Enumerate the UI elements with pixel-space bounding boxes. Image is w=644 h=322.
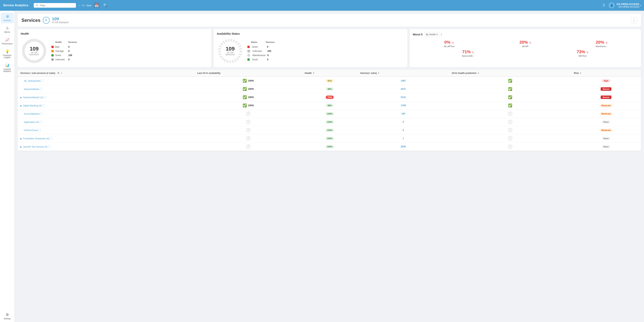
filter-wrap[interactable]: ⛛ bbox=[34, 3, 76, 8]
alarm-count[interactable]: 1487 bbox=[401, 79, 406, 82]
health-col-info[interactable]: ℹ bbox=[313, 72, 314, 74]
service-link[interactable]: AccessNetwork bbox=[24, 113, 40, 115]
avail-pct: 100% bbox=[248, 79, 254, 82]
avatar: 👤 bbox=[608, 2, 615, 8]
worst5-item-4[interactable]: 73% ↘ MOITest bbox=[527, 49, 638, 57]
search-icon[interactable]: 🔍 bbox=[102, 3, 108, 7]
alarm-count[interactable]: 0 bbox=[402, 121, 404, 123]
alarm-count[interactable]: 140 bbox=[402, 112, 405, 115]
sidebar-item-services[interactable]: 🖥 Services bbox=[1, 13, 14, 23]
alarm-count[interactable]: 8 bbox=[402, 129, 404, 132]
sidebar-item-performance[interactable]: 📈 Performance bbox=[1, 36, 14, 47]
topology-icon[interactable]: ⛶ bbox=[38, 129, 41, 132]
td-risk: Severe bbox=[571, 93, 641, 101]
user-menu[interactable]: 👤 DX-OPEN-ACCESS DX-OPEN-ACCESS ▾ bbox=[608, 2, 641, 8]
topology-icon[interactable]: ⛶ bbox=[39, 121, 42, 124]
alarm-count[interactable]: 2835 bbox=[401, 145, 406, 148]
apps-icon[interactable]: ⠿ bbox=[602, 3, 606, 7]
user-dropdown-icon[interactable]: ▾ bbox=[640, 4, 641, 6]
health-legend: Health Services Bad 0 Average 0 bbox=[52, 41, 77, 61]
avail-legend-down: Down 0 bbox=[248, 46, 274, 48]
td-risk: High bbox=[571, 77, 641, 85]
sidebar-item-predictive[interactable]: 💡 Predictive Insights bbox=[1, 47, 14, 60]
worst5-pct-wrap-2: 20% ↘ bbox=[565, 40, 638, 45]
avail-header-status: Status bbox=[251, 41, 264, 43]
td-risk: None bbox=[571, 134, 641, 143]
table-row: ▶AwesomeBank2 (4) ⛶ ✅ 100% 71% 5131 ✅ Se… bbox=[18, 93, 641, 101]
sidebar-item-settings[interactable]: ⚙ Settings bbox=[1, 311, 14, 322]
count-num: 109 bbox=[52, 17, 69, 21]
worst5-name-2: Mainframe... bbox=[565, 45, 638, 47]
legend-row-good: Good 109 bbox=[52, 54, 77, 57]
health-content: 109 OF 109 SERVICES Health Services Bad … bbox=[21, 37, 208, 64]
legend-dot-unknown bbox=[52, 58, 54, 61]
table-row: AE_NetOpsInfra ⛶ ✅ 100% 91% 1487 ✅ High bbox=[18, 77, 641, 85]
service-link[interactable]: Digital Banking (5) bbox=[23, 104, 42, 107]
health-pill: 96% bbox=[326, 87, 334, 91]
service-link[interactable]: AE_NetOpsInfra bbox=[24, 80, 40, 82]
health-title: Health bbox=[21, 32, 208, 35]
alarm-count[interactable]: 5131 bbox=[401, 96, 406, 99]
filter-input[interactable] bbox=[40, 4, 74, 7]
topology-icon[interactable]: ⛶ bbox=[41, 79, 44, 82]
pred-ok-icon: ✅ bbox=[508, 104, 512, 107]
topology-icon[interactable]: ⛶ bbox=[44, 96, 46, 99]
avail-donut: 109 OF 109 SERVICES bbox=[217, 37, 244, 64]
col-header-avail: Last 24 hr availability bbox=[194, 70, 302, 77]
alarm-count[interactable]: 1 bbox=[402, 137, 404, 140]
alarms-col-info[interactable]: ℹ bbox=[378, 72, 379, 74]
topology-icon[interactable]: ⛶ bbox=[50, 137, 52, 140]
service-link[interactable]: CPAForCloud bbox=[24, 129, 38, 132]
alarm-count[interactable]: 1708 bbox=[401, 104, 406, 107]
avail-label-unknown: Unknown bbox=[252, 50, 266, 52]
page-title: Services bbox=[22, 18, 40, 23]
topology-icon[interactable]: ⛶ bbox=[40, 88, 42, 91]
services-table-wrap: Services / sub-services (# subs) ⇅ ≡ Las… bbox=[18, 70, 641, 151]
table-head: Services / sub-services (# subs) ⇅ ≡ Las… bbox=[18, 70, 641, 77]
worst5-dropdown[interactable]: By Health ▾ bbox=[424, 32, 439, 37]
topology-icon[interactable]: ⛶ bbox=[48, 145, 51, 148]
col-filter-icon[interactable]: ≡ bbox=[61, 72, 62, 74]
avail-unknown-icon: ? bbox=[246, 145, 250, 149]
pred-col-info[interactable]: ℹ bbox=[478, 72, 479, 74]
service-link[interactable]: JasonR Test Service (5) bbox=[23, 146, 47, 148]
worst5-item-1[interactable]: 20% ↘ AB-MF bbox=[489, 40, 562, 47]
avail-legend: Status Services Down 0 Unknown 105 bbox=[248, 41, 274, 61]
status-dot-down bbox=[248, 46, 250, 48]
expand-btn[interactable]: ▶ bbox=[20, 96, 22, 99]
worst5-info-icon[interactable]: ℹ bbox=[441, 33, 442, 36]
topology-icon[interactable]: ⛶ bbox=[40, 112, 43, 115]
risk-badge: Severe bbox=[601, 87, 612, 91]
col-sort-icon[interactable]: ⇅ bbox=[57, 72, 59, 74]
td-name: ▶ForwardInc Enterprise (4) ⛶ bbox=[18, 134, 194, 143]
service-link[interactable]: ForwardInc Enterprise (4) bbox=[23, 137, 49, 140]
legend-val-good: 109 bbox=[68, 54, 72, 57]
more-button[interactable]: ⋮ bbox=[631, 17, 637, 23]
filter-badge[interactable]: ⛛ bbox=[43, 17, 50, 24]
worst5-item-0[interactable]: 0% ↘ JM_MFTest bbox=[413, 40, 485, 47]
avail-pct: 100% bbox=[248, 104, 254, 107]
svg-point-0 bbox=[24, 40, 45, 62]
topology-icon[interactable]: ⛶ bbox=[42, 104, 45, 107]
expand-btn[interactable]: ▶ bbox=[20, 138, 22, 140]
settings-icon: ⚙ bbox=[6, 313, 9, 317]
table-row: AccessNetwork ⛶ ? 100% 140 ? Moderate bbox=[18, 110, 641, 118]
alarm-count[interactable]: 4247 bbox=[401, 88, 406, 90]
expand-btn[interactable]: ▶ bbox=[20, 146, 22, 148]
expand-btn[interactable]: ▶ bbox=[20, 105, 22, 107]
service-link[interactable]: Application-LB bbox=[24, 121, 38, 124]
sidebar-item-alarms[interactable]: ⚠ Alarms bbox=[1, 24, 14, 35]
legend-header-services: Services bbox=[68, 41, 77, 43]
avail-legend-headers: Status Services bbox=[248, 41, 274, 43]
sidebar-item-capacity[interactable]: 📊 Capacity Analytics bbox=[1, 61, 14, 74]
worst5-item-2[interactable]: 20% ↘ Mainframe... bbox=[565, 40, 638, 47]
service-link[interactable]: AwesomeBank2 (4) bbox=[23, 96, 43, 99]
calendar-icon[interactable]: 📅 bbox=[94, 2, 100, 8]
service-link[interactable]: AwesomeBank bbox=[24, 88, 39, 91]
topnav: Service Analytics ⛛ -- TO Now 📅 🔍 ⠿ 👤 DX… bbox=[0, 0, 644, 11]
worst5-item-3[interactable]: 71% ↘ AwesomeB... bbox=[413, 49, 523, 57]
risk-col-info[interactable]: ℹ bbox=[580, 72, 581, 74]
td-prediction: ? bbox=[449, 134, 571, 143]
sidebar: 🖥 Services ⚠ Alarms 📈 Performance 💡 Pred… bbox=[0, 11, 14, 322]
worst5-pct-1: 20% bbox=[520, 40, 528, 45]
